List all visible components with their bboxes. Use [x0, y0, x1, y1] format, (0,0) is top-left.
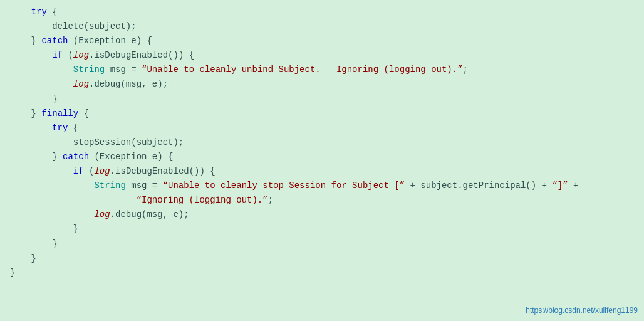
code-token: { — [68, 121, 78, 135]
code-line: } — [0, 92, 644, 107]
code-token: . — [89, 77, 94, 92]
code-line: if (log.isDebugEnabled()) { — [0, 164, 644, 179]
code-token: isDebugEnabled()) { — [94, 48, 194, 63]
code-token: debug(msg, e); — [94, 77, 168, 92]
code-token: if — [52, 48, 63, 63]
code-token: (Exception e) { — [89, 150, 173, 164]
code-token: “Unable to cleanly stop Session for Subj… — [163, 179, 400, 193]
code-token: (Exception e) { — [68, 34, 152, 48]
code-token: { — [78, 107, 89, 121]
code-token: “] — [552, 179, 563, 193]
code-line: } catch (Exception e) { — [0, 150, 644, 164]
code-line: log.debug(msg, e); — [0, 77, 644, 92]
code-token: { — [47, 5, 58, 19]
code-token: ( — [84, 164, 95, 179]
code-line: log.debug(msg, e); — [0, 208, 644, 222]
code-token: ” — [563, 179, 568, 193]
code-line: delete(subject); — [0, 19, 644, 34]
code-token: . — [89, 48, 94, 63]
watermark: https://blog.csdn.net/xulifeng1199 — [526, 306, 638, 315]
code-token: isDebugEnabled()) { — [115, 164, 216, 179]
code-line: try { — [0, 121, 644, 135]
code-token: + — [568, 179, 579, 193]
code-line: } finally { — [0, 107, 644, 121]
code-token: String — [94, 179, 125, 193]
code-token: delete — [52, 19, 83, 34]
code-token: try — [52, 121, 68, 135]
code-token: ; — [268, 193, 273, 208]
code-line: String msg = “Unable to cleanly stop Ses… — [0, 179, 644, 193]
code-line: if (log.isDebugEnabled()) { — [0, 48, 644, 63]
code-token: . — [110, 208, 115, 222]
code-token: ; — [463, 63, 468, 77]
code-token: catch — [41, 34, 68, 48]
code-line: } — [0, 251, 644, 266]
code-line: } catch (Exception e) { — [0, 34, 644, 48]
code-token: msg = — [126, 179, 163, 193]
code-token: } — [10, 266, 15, 280]
code-token: if — [73, 164, 84, 179]
code-line: “Ignoring (logging out).”; — [0, 193, 644, 208]
code-token: log — [73, 48, 89, 63]
code-token: debug(msg, e); — [115, 208, 189, 222]
code-token: finally — [41, 107, 78, 121]
code-token: log — [94, 208, 110, 222]
code-token: } — [31, 251, 36, 266]
code-token: try — [31, 5, 47, 19]
code-line: } — [0, 266, 644, 280]
code-token: + subject.getPrincipal() + — [405, 179, 552, 193]
code-line: String msg = “Unable to cleanly unbind S… — [0, 63, 644, 77]
code-token: } — [31, 34, 42, 48]
code-token: log — [94, 164, 110, 179]
code-line: } — [0, 237, 644, 251]
code-line: } — [0, 222, 644, 236]
code-container: try { delete(subject); } catch (Exceptio… — [0, 0, 644, 321]
code-token: catch — [63, 150, 89, 164]
code-token: stopSession(subject); — [73, 135, 184, 150]
code-line: try { — [0, 5, 644, 19]
code-token: } — [52, 237, 57, 251]
code-token: } — [52, 150, 63, 164]
code-line: stopSession(subject); — [0, 135, 644, 150]
code-lines: try { delete(subject); } catch (Exceptio… — [0, 5, 644, 280]
code-token: ( — [63, 48, 73, 63]
code-token: } — [52, 92, 57, 107]
code-token: “Ignoring (logging out).” — [137, 193, 268, 208]
code-token: ” — [400, 179, 405, 193]
code-token: (subject); — [84, 19, 137, 34]
code-token: msg = — [105, 63, 142, 77]
code-token: log — [73, 77, 89, 92]
code-token: “Unable to cleanly unbind Subject. Ignor… — [142, 63, 462, 77]
code-token: } — [73, 222, 78, 236]
code-token: . — [110, 164, 115, 179]
code-token: String — [73, 63, 105, 77]
code-token: } — [31, 107, 42, 121]
